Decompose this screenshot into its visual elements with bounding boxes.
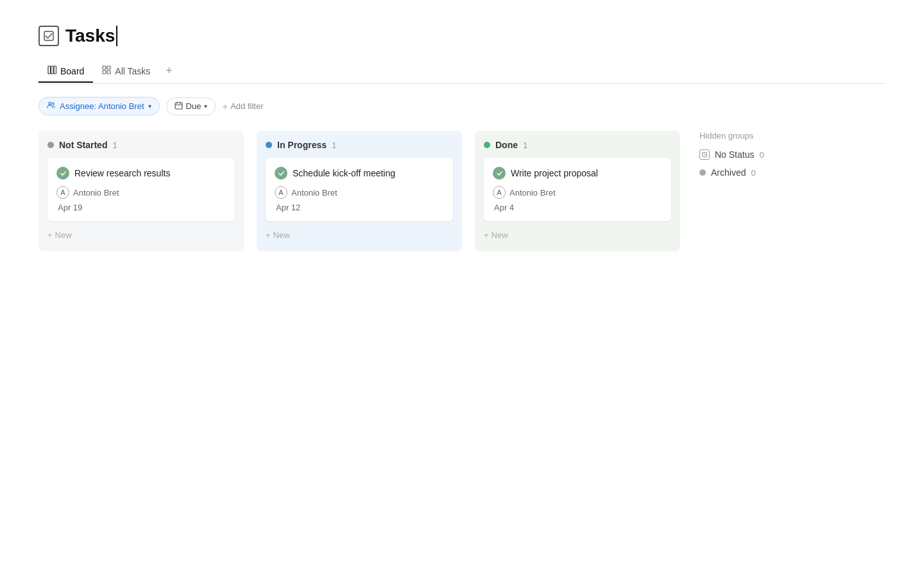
assignee-name: Antonio Bret — [291, 188, 338, 198]
card-date: Apr 12 — [275, 203, 444, 212]
plus-icon: + — [222, 101, 228, 112]
svg-rect-6 — [103, 71, 106, 74]
page-title-row: Tasks — [38, 26, 886, 46]
card-write-proposal: Write project proposal A Antonio Bret Ap… — [484, 158, 671, 221]
tab-board[interactable]: Board — [38, 60, 93, 83]
card-title: Review research results — [74, 168, 170, 178]
card-date: Apr 4 — [493, 203, 662, 212]
new-label: New — [55, 230, 72, 240]
plus-new-icon: + — [266, 230, 271, 240]
page-container: Tasks Board All Tasks — [0, 0, 924, 277]
new-not-started-button[interactable]: + New — [47, 228, 235, 242]
no-status-icon — [699, 149, 710, 160]
not-started-count: 1 — [112, 140, 117, 150]
svg-rect-5 — [107, 66, 110, 69]
check-icon — [56, 167, 69, 180]
in-progress-dot — [266, 142, 272, 148]
svg-point-8 — [49, 103, 51, 105]
avatar: A — [56, 186, 69, 199]
svg-rect-1 — [48, 66, 51, 74]
archived-label: Archived — [711, 167, 746, 178]
add-tab-button[interactable]: + — [159, 59, 179, 84]
assignee-name: Antonio Bret — [73, 188, 119, 198]
card-assignee: A Antonio Bret — [275, 186, 444, 199]
filters-row: Assignee: Antonio Bret ▾ Due ▾ + Add fil… — [38, 97, 886, 115]
svg-rect-2 — [51, 66, 54, 74]
plus-new-icon: + — [484, 230, 489, 240]
column-not-started: Not Started 1 Review research results A … — [38, 131, 244, 251]
card-review-research: Review research results A Antonio Bret A… — [47, 158, 235, 221]
hidden-group-archived[interactable]: Archived 0 — [699, 167, 802, 178]
in-progress-count: 1 — [332, 140, 336, 150]
check-icon — [493, 167, 506, 180]
svg-rect-7 — [107, 71, 110, 74]
hidden-groups: Hidden groups No Status 0 Archived 0 — [699, 131, 802, 185]
board: Not Started 1 Review research results A … — [38, 131, 886, 251]
new-label: New — [492, 230, 508, 240]
done-title: Done — [495, 140, 518, 150]
tab-all-tasks-label: All Tasks — [115, 66, 150, 76]
done-count: 1 — [523, 140, 527, 150]
due-filter-label: Due — [186, 101, 201, 111]
not-started-title: Not Started — [59, 140, 107, 150]
board-icon — [47, 65, 56, 76]
done-dot — [484, 142, 490, 148]
card-schedule-kickoff: Schedule kick-off meeting A Antonio Bret… — [266, 158, 453, 221]
not-started-dot — [47, 142, 54, 148]
card-title-row: Review research results — [56, 167, 226, 180]
assignee-name: Antonio Bret — [509, 188, 556, 198]
avatar: A — [493, 186, 506, 199]
calendar-icon — [175, 101, 183, 112]
svg-rect-10 — [175, 103, 182, 109]
tabs-bar: Board All Tasks + — [38, 59, 886, 84]
people-icon — [47, 101, 56, 112]
card-title-row: Write project proposal — [493, 167, 662, 180]
new-label: New — [273, 230, 290, 240]
due-filter[interactable]: Due ▾ — [166, 97, 216, 115]
card-assignee: A Antonio Bret — [56, 186, 226, 199]
checkbox-icon — [38, 26, 59, 46]
add-filter-label: Add filter — [230, 101, 263, 111]
card-title-row: Schedule kick-off meeting — [275, 167, 444, 180]
no-status-count: 0 — [759, 150, 764, 160]
column-in-progress: In Progress 1 Schedule kick-off meeting … — [257, 131, 462, 251]
card-date: Apr 19 — [56, 203, 226, 212]
grid-icon — [102, 65, 111, 76]
page-title: Tasks — [65, 26, 117, 46]
column-not-started-header: Not Started 1 — [47, 140, 235, 150]
tab-board-label: Board — [60, 66, 84, 76]
hidden-group-no-status[interactable]: No Status 0 — [699, 149, 802, 160]
card-title: Write project proposal — [511, 168, 598, 178]
add-filter-button[interactable]: + Add filter — [222, 101, 263, 112]
assignee-filter-label: Assignee: Antonio Bret — [60, 101, 144, 111]
tab-all-tasks[interactable]: All Tasks — [93, 60, 159, 83]
in-progress-title: In Progress — [277, 140, 327, 150]
assignee-filter[interactable]: Assignee: Antonio Bret ▾ — [38, 97, 160, 115]
new-done-button[interactable]: + New — [484, 228, 671, 242]
svg-rect-4 — [103, 66, 106, 69]
due-chevron-icon: ▾ — [204, 103, 207, 110]
column-in-progress-header: In Progress 1 — [266, 140, 453, 150]
check-icon — [275, 167, 287, 180]
archived-count: 0 — [751, 168, 755, 178]
svg-point-9 — [53, 103, 55, 105]
column-done: Done 1 Write project proposal A Antonio … — [475, 131, 680, 251]
column-done-header: Done 1 — [484, 140, 671, 150]
new-in-progress-button[interactable]: + New — [266, 228, 453, 242]
archived-dot — [699, 169, 706, 176]
card-title: Schedule kick-off meeting — [293, 168, 395, 178]
no-status-label: No Status — [715, 149, 754, 160]
assignee-chevron-icon: ▾ — [148, 103, 151, 110]
hidden-groups-title: Hidden groups — [699, 131, 802, 140]
plus-new-icon: + — [47, 230, 53, 240]
svg-rect-3 — [54, 66, 56, 74]
avatar: A — [275, 186, 287, 199]
card-assignee: A Antonio Bret — [493, 186, 662, 199]
